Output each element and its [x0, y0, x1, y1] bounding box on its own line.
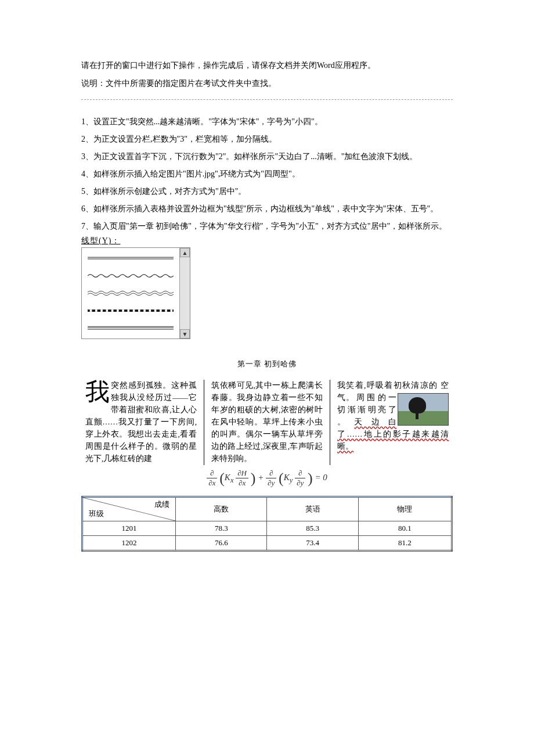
svg-rect-10 — [127, 309, 129, 312]
score-table: 成绩 班级 高数 英语 物理 1201 78.3 85.3 80.1 1202 … — [81, 496, 453, 552]
svg-rect-5 — [100, 309, 103, 312]
col-header: 物理 — [358, 496, 452, 521]
landscape-image-icon — [398, 393, 449, 426]
inserted-image — [398, 393, 449, 426]
rule-item: 7、输入页眉"第一章 初到哈佛"，字体为"华文行楷"，字号为"小五"，对齐方式位… — [81, 218, 453, 235]
svg-rect-13 — [143, 309, 146, 312]
line-type-dropdown[interactable]: ▲ ▼ — [81, 247, 190, 339]
line-type-label: 线型(Y)： — [81, 236, 453, 246]
col3-word: 围 — [367, 393, 376, 402]
formula: ∂∂x (Kx ∂H∂x ) + ∂∂y (Ky ∂∂y ) = 0 — [81, 469, 453, 488]
column-1: 我 突然感到孤独。这种孤独我从没经历过——它带着甜蜜和欣喜,让人心直颤……我又打… — [78, 380, 204, 465]
svg-rect-3 — [90, 309, 92, 312]
svg-rect-8 — [117, 309, 119, 312]
cell: 76.6 — [176, 535, 267, 550]
cell: 85.3 — [267, 521, 358, 535]
cell: 81.2 — [358, 535, 452, 550]
cell: 80.1 — [358, 521, 452, 535]
row-label: 1201 — [82, 521, 176, 535]
column-2: 筑依稀可见,其中一栋上爬满长春藤。我身边静立着一些不知年岁的粗硕的大树,浓密的树… — [204, 380, 330, 465]
col3-word: 气。 — [337, 393, 354, 402]
svg-rect-14 — [149, 309, 151, 312]
col3-word: 切 — [337, 405, 345, 414]
svg-rect-12 — [138, 309, 140, 312]
col3-word: 周 — [356, 393, 365, 402]
col-header: 高数 — [176, 496, 267, 521]
table-row: 成绩 班级 高数 英语 物理 — [82, 496, 452, 521]
line-sample-icon — [88, 290, 174, 296]
scrollbar[interactable]: ▲ ▼ — [179, 248, 190, 339]
svg-rect-15 — [154, 309, 157, 312]
table-row: 1201 78.3 85.3 80.1 — [82, 521, 452, 535]
cell: 73.4 — [267, 535, 358, 550]
rules-list: 1、设置正文"我突然...越来越清晰。"字体为"宋体"，字号为"小四"。 2、为… — [81, 114, 453, 235]
rule-item: 5、如样张所示创建公式，对齐方式为"居中"。 — [81, 183, 453, 200]
rule-item: 6、如样张所示插入表格并设置外边框为"线型"所示，内边框线为"单线"，表中文字为… — [81, 201, 453, 217]
col3-word: 的 — [378, 393, 387, 402]
row-label: 1202 — [82, 535, 176, 550]
three-columns: 我 突然感到孤独。这种孤独我从没经历过——它带着甜蜜和欣喜,让人心直颤……我又打… — [78, 380, 456, 465]
scroll-up-icon[interactable]: ▲ — [180, 248, 190, 257]
col3-word: 空 — [441, 381, 449, 390]
col2-text: 筑依稀可见,其中一栋上爬满长春藤。我身边静立着一些不知年岁的粗硕的大树,浓密的树… — [211, 381, 323, 463]
svg-rect-18 — [170, 309, 172, 312]
rule-item: 1、设置正文"我突然...越来越清晰。"字体为"宋体"，字号为"小四"。 — [81, 114, 453, 130]
line-option-dash-stripe[interactable] — [85, 302, 176, 319]
intro-line-2: 说明：文件中所需要的指定图片在考试文件夹中查找。 — [81, 76, 453, 92]
rule-item: 3、为正文设置首字下沉，下沉行数为"2"。如样张所示"天边白了...清晰。"加红… — [81, 149, 453, 165]
cell: 78.3 — [176, 521, 267, 535]
col3-word: 一 — [388, 393, 396, 402]
line-sample-icon — [88, 273, 174, 279]
line-sample-icon — [88, 255, 174, 261]
svg-rect-4 — [95, 309, 98, 312]
diagonal-header: 成绩 班级 — [82, 496, 176, 521]
svg-rect-11 — [133, 309, 135, 312]
column-3: 我笑着,呼吸着初秋清凉的 空 气。 周 围 的 一 切 渐 渐 明 亮 了 。 … — [330, 380, 456, 465]
intro-line-1: 请在打开的窗口中进行如下操作，操作完成后，请保存文档并关闭Word应用程序。 — [81, 58, 453, 74]
line-option-wavy[interactable] — [85, 267, 176, 285]
col3-text-a: 我笑着,呼吸着初秋清凉的 — [337, 381, 438, 390]
line-option-double-wavy[interactable] — [85, 285, 176, 302]
table-row: 1202 76.6 73.4 81.2 — [82, 535, 452, 550]
divider — [81, 99, 453, 100]
line-option-thick-double[interactable] — [85, 319, 176, 337]
svg-rect-9 — [122, 309, 124, 312]
line-sample-icon — [88, 325, 174, 331]
col-header: 英语 — [267, 496, 358, 521]
line-option-double-thin[interactable] — [85, 250, 176, 267]
line-type-list — [82, 248, 179, 339]
diag-top: 成绩 — [154, 499, 169, 510]
rule-item: 2、为正文设置分栏,栏数为"3"，栏宽相等，加分隔线。 — [81, 131, 453, 147]
svg-rect-17 — [165, 309, 167, 312]
line-sample-icon — [88, 308, 174, 314]
svg-rect-6 — [106, 309, 108, 312]
page-header: 第一章 初到哈佛 — [81, 359, 453, 369]
rule-item: 4、如样张所示插入给定图片"图片.jpg",环绕方式为"四周型"。 — [81, 166, 453, 182]
svg-rect-16 — [160, 309, 162, 312]
dropcap: 我 — [85, 380, 111, 404]
svg-rect-7 — [111, 309, 114, 312]
diag-bottom: 班级 — [89, 509, 104, 519]
scroll-down-icon[interactable]: ▼ — [180, 329, 190, 339]
